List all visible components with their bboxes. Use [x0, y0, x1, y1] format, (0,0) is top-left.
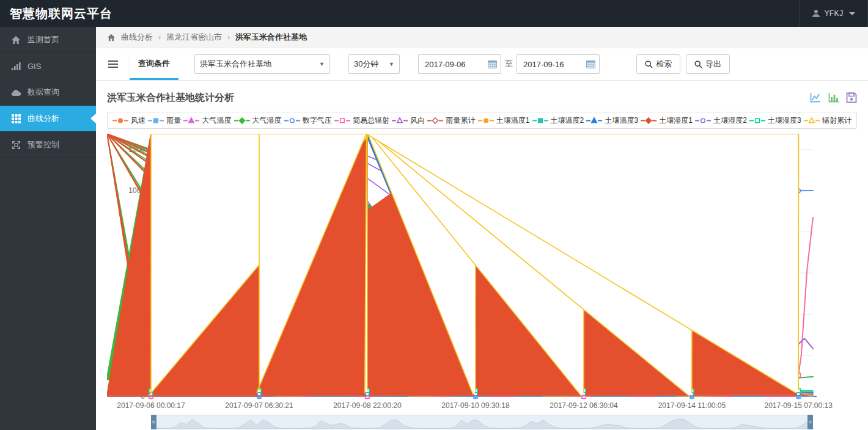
- user-menu[interactable]: YFKJ: [799, 0, 868, 27]
- legend-item[interactable]: 数字气压: [284, 115, 332, 126]
- legend-marker-triangle: [586, 117, 602, 125]
- sidebar-item-monitor-home[interactable]: 监测首页: [0, 27, 96, 53]
- legend-label: 雨量累计: [446, 115, 475, 126]
- export-button[interactable]: 导出: [686, 54, 730, 74]
- legend-item[interactable]: 雨量累计: [427, 115, 475, 126]
- legend-item[interactable]: 土壤温度3: [586, 115, 638, 126]
- cloud-icon: [9, 89, 23, 97]
- legend-marker-triangle: [804, 117, 820, 125]
- legend-item[interactable]: 简易总辐射: [334, 115, 389, 126]
- legend-marker-circle: [695, 117, 711, 125]
- legend-label: 土壤湿度3: [768, 115, 801, 126]
- calendar-icon: [488, 60, 497, 68]
- legend-label: 土壤湿度2: [713, 115, 747, 126]
- datazoom-slider[interactable]: [151, 415, 813, 429]
- legend-marker-triangle: [183, 117, 199, 125]
- legend-label: 雨量: [166, 115, 181, 126]
- breadcrumb-separator: ›: [227, 33, 230, 42]
- legend-item[interactable]: 土壤湿度1: [641, 115, 693, 126]
- legend-item[interactable]: 土壤湿度3: [749, 115, 801, 126]
- sidebar-item-label: 数据查询: [28, 87, 59, 98]
- chart-title: 洪军玉米合作社基地统计分析: [107, 92, 234, 104]
- sidebar-item-label: 曲线分析: [28, 113, 59, 124]
- chart-toolbox: [809, 92, 857, 103]
- legend-marker-square: [334, 117, 350, 125]
- legend-item[interactable]: 风向: [392, 115, 425, 126]
- datazoom-right-handle[interactable]: [807, 415, 813, 429]
- magnifier-icon: [694, 60, 702, 68]
- legend-item[interactable]: 大气湿度: [234, 115, 282, 126]
- legend-item[interactable]: 大气温度: [183, 115, 231, 126]
- legend-item[interactable]: 辐射累计: [804, 115, 851, 126]
- breadcrumb-item-current: 洪军玉米合作社基地: [235, 32, 307, 43]
- datazoom-overview: [152, 415, 812, 429]
- x-axis-label: 2017-09-14 11:00:05: [658, 401, 726, 410]
- sidebar: 监测首页 GIS 数据查询 曲线分析 预警控制: [0, 27, 96, 430]
- x-axis-label: 2017-09-12 06:30:04: [550, 401, 618, 410]
- date-range-to-label: 至: [505, 59, 513, 70]
- chart-plot-area: 0200400600800100012002017-09-06 00:00:17…: [107, 134, 857, 429]
- sidebar-item-data-query[interactable]: 数据查询: [0, 79, 96, 106]
- sidebar-item-alert-control[interactable]: 预警控制: [0, 132, 96, 158]
- magnifier-icon: [645, 60, 653, 68]
- breadcrumb: 曲线分析 › 黑龙江省密山市 › 洪军玉米合作社基地: [96, 27, 868, 48]
- legend-label: 土壤温度2: [551, 115, 584, 126]
- chevron-down-icon: ▼: [389, 61, 394, 67]
- legend-item[interactable]: 土壤温度1: [478, 115, 530, 126]
- legend-label: 数字气压: [303, 115, 332, 126]
- grid-icon: [9, 114, 23, 123]
- sidebar-item-label: 预警控制: [28, 139, 59, 150]
- tab-query-conditions[interactable]: 查询条件: [130, 48, 178, 80]
- date-from-input[interactable]: 2017-09-06: [418, 54, 501, 74]
- save-icon[interactable]: [846, 92, 857, 103]
- x-axis-label: 2017-09-10 09:30:18: [441, 401, 510, 410]
- hamburger-icon[interactable]: [107, 58, 128, 70]
- legend-marker-diamond: [234, 117, 250, 125]
- app-title: 智慧物联网云平台: [0, 5, 112, 22]
- interval-select[interactable]: 30分钟 ▼: [348, 54, 400, 74]
- x-axis-label: 2017-09-06 00:00:17: [117, 401, 185, 410]
- top-navbar: 智慧物联网云平台 YFKJ: [0, 0, 868, 27]
- station-select-value: 洪军玉米合作社基地: [200, 59, 271, 70]
- legend-item[interactable]: 风速: [112, 115, 145, 126]
- export-button-label: 导出: [705, 59, 721, 70]
- legend-label: 土壤湿度1: [659, 115, 693, 126]
- date-from-value: 2017-09-06: [425, 60, 466, 69]
- chart-plot[interactable]: 0200400600800100012002017-09-06 00:00:17…: [107, 134, 865, 412]
- date-to-value: 2017-09-16: [523, 60, 564, 69]
- signal-bars-icon: [9, 62, 23, 70]
- filter-bar: 查询条件 洪军玉米合作社基地 ▼ 30分钟 ▼ 2017-09-06 至 201…: [96, 48, 868, 81]
- breadcrumb-item[interactable]: 曲线分析: [121, 32, 153, 43]
- legend-marker-circle: [112, 117, 128, 125]
- breadcrumb-item[interactable]: 黑龙江省密山市: [166, 32, 222, 43]
- home-icon: [9, 35, 23, 45]
- sidebar-item-gis[interactable]: GIS: [0, 53, 96, 79]
- legend-label: 大气温度: [202, 115, 231, 126]
- user-icon: [812, 9, 820, 18]
- bar-chart-icon[interactable]: [828, 92, 839, 103]
- legend-item[interactable]: 雨量: [148, 115, 181, 126]
- legend-marker-square: [148, 117, 164, 125]
- caret-down-icon: [849, 12, 855, 15]
- x-axis-label: 2017-09-15 07:00:13: [764, 401, 833, 410]
- calendar-icon: [586, 60, 595, 68]
- legend-marker-triangle: [392, 117, 408, 125]
- legend-label: 简易总辐射: [353, 115, 389, 126]
- arrows-icon: [9, 140, 23, 150]
- legend-item[interactable]: 土壤湿度2: [695, 115, 747, 126]
- datazoom-left-handle[interactable]: [151, 415, 156, 429]
- legend-marker-diamond: [427, 117, 443, 125]
- legend-label: 辐射累计: [822, 115, 851, 126]
- x-axis-label: 2017-09-07 06:30:21: [225, 401, 293, 410]
- station-select[interactable]: 洪军玉米合作社基地 ▼: [194, 54, 330, 74]
- legend-marker-circle: [478, 117, 494, 125]
- content-area: 曲线分析 › 黑龙江省密山市 › 洪军玉米合作社基地 查询条件 洪军玉米合作社基…: [96, 27, 868, 430]
- line-chart-icon[interactable]: [809, 92, 821, 103]
- x-axis-label: 2017-09-08 22:00:20: [333, 401, 402, 410]
- date-to-input[interactable]: 2017-09-16: [517, 54, 600, 74]
- legend-item[interactable]: 土壤温度2: [532, 115, 584, 126]
- sidebar-item-curve-analysis[interactable]: 曲线分析: [0, 106, 96, 132]
- search-button[interactable]: 检索: [636, 54, 680, 74]
- legend-label: 土壤温度1: [496, 115, 530, 126]
- search-button-label: 检索: [656, 59, 672, 70]
